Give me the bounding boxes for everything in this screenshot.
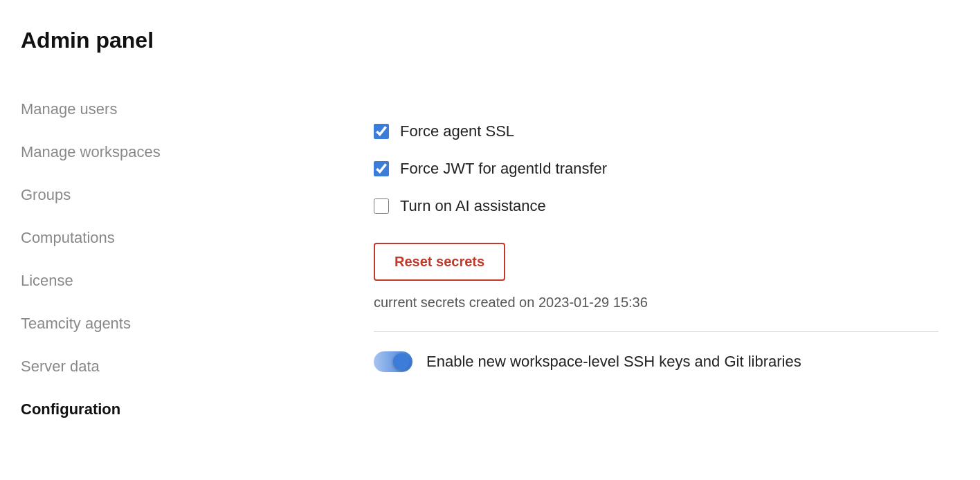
checkbox-label-ai-assistance: Turn on AI assistance: [400, 197, 546, 215]
nav-list: Manage usersManage workspacesGroupsCompu…: [21, 88, 311, 431]
page-title: Admin panel: [21, 28, 311, 53]
reset-secrets-button[interactable]: Reset secrets: [374, 243, 505, 281]
sidebar: Admin panel Manage usersManage workspace…: [0, 0, 332, 480]
sidebar-item-manage-users[interactable]: Manage users: [21, 88, 311, 131]
toggle-row: Enable new workspace-level SSH keys and …: [374, 351, 938, 372]
checkbox-group: Force agent SSLForce JWT for agentId tra…: [374, 116, 938, 222]
settings-section: Force agent SSLForce JWT for agentId tra…: [374, 116, 938, 372]
toggle-label: Enable new workspace-level SSH keys and …: [426, 353, 801, 371]
checkbox-row-force-ssl: Force agent SSL: [374, 116, 938, 147]
checkbox-label-force-ssl: Force agent SSL: [400, 122, 514, 140]
sidebar-item-server-data[interactable]: Server data: [21, 345, 311, 388]
sidebar-item-computations[interactable]: Computations: [21, 216, 311, 259]
toggle-thumb: [393, 353, 410, 370]
secrets-info-text: current secrets created on 2023-01-29 15…: [374, 295, 938, 311]
sidebar-item-configuration[interactable]: Configuration: [21, 388, 311, 431]
checkbox-label-force-jwt: Force JWT for agentId transfer: [400, 160, 607, 178]
checkbox-row-force-jwt: Force JWT for agentId transfer: [374, 153, 938, 185]
checkbox-ai-assistance[interactable]: [374, 199, 389, 214]
sidebar-item-license[interactable]: License: [21, 259, 311, 302]
checkbox-force-jwt[interactable]: [374, 161, 389, 176]
checkbox-force-ssl[interactable]: [374, 124, 389, 139]
sidebar-item-manage-workspaces[interactable]: Manage workspaces: [21, 131, 311, 174]
section-divider: [374, 331, 938, 332]
ssh-keys-toggle[interactable]: [374, 351, 412, 372]
page-container: Admin panel Manage usersManage workspace…: [0, 0, 980, 480]
sidebar-item-teamcity-agents[interactable]: Teamcity agents: [21, 302, 311, 345]
sidebar-item-groups[interactable]: Groups: [21, 174, 311, 216]
main-content: Force agent SSLForce JWT for agentId tra…: [332, 0, 980, 480]
checkbox-row-ai-assistance: Turn on AI assistance: [374, 190, 938, 222]
